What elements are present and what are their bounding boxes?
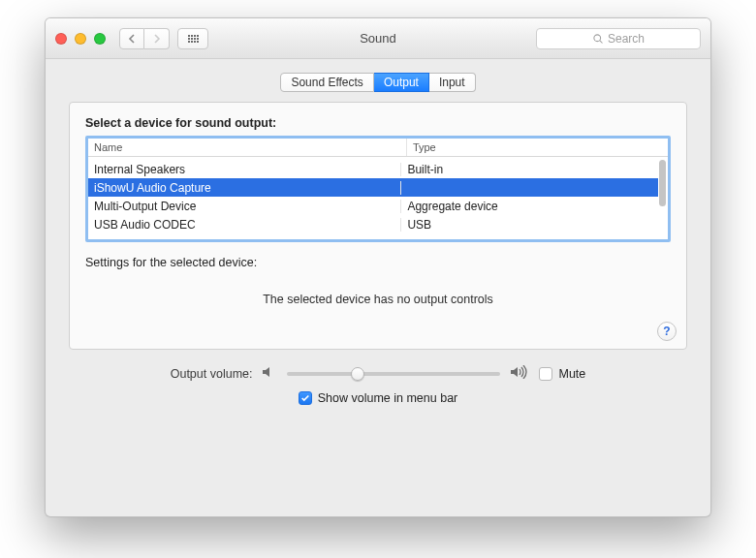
svg-line-1 <box>600 40 603 43</box>
device-row[interactable]: Internal Speakers Built-in <box>88 160 658 178</box>
slider-thumb[interactable] <box>351 367 364 381</box>
show-volume-menubar-checkbox[interactable] <box>299 391 312 405</box>
device-row[interactable]: Multi-Output Device Aggregate device <box>88 197 658 215</box>
show-all-button[interactable] <box>177 28 208 49</box>
chevron-left-icon <box>128 34 136 44</box>
zoom-window-button[interactable] <box>94 33 106 45</box>
body: Sound Effects Output Input Select a devi… <box>46 59 710 418</box>
slider-track <box>287 372 500 376</box>
tab-input[interactable]: Input <box>429 73 476 92</box>
device-row[interactable]: USB Audio CODEC USB <box>88 215 658 233</box>
scrollbar-thumb[interactable] <box>659 160 666 206</box>
mute-label: Mute <box>558 367 585 381</box>
sound-preferences-window: Sound Search Sound Effects Output Input … <box>45 17 711 517</box>
chevron-right-icon <box>153 34 161 44</box>
speaker-max-icon <box>510 365 529 382</box>
device-type: Aggregate device <box>401 200 658 213</box>
close-window-button[interactable] <box>55 33 67 45</box>
settings-label: Settings for the selected device: <box>85 256 671 269</box>
show-volume-menubar-label: Show volume in menu bar <box>318 391 458 405</box>
mute-checkbox[interactable] <box>539 367 552 381</box>
search-field[interactable]: Search <box>536 28 701 49</box>
titlebar: Sound Search <box>46 18 710 59</box>
tabs: Sound Effects Output Input <box>69 73 687 92</box>
tab-sound-effects[interactable]: Sound Effects <box>280 73 374 92</box>
search-placeholder: Search <box>608 32 645 46</box>
volume-slider-group <box>262 365 529 382</box>
bottom-controls: Output volume: Mute <box>69 365 687 405</box>
check-icon <box>300 393 310 403</box>
back-button[interactable] <box>119 28 144 49</box>
mute-field[interactable]: Mute <box>539 367 585 381</box>
device-name: Internal Speakers <box>88 163 401 176</box>
device-name: USB Audio CODEC <box>88 218 401 232</box>
nav-back-forward <box>119 28 170 49</box>
tab-output[interactable]: Output <box>374 73 429 92</box>
speaker-min-icon <box>262 365 277 382</box>
device-type: USB <box>401 218 658 232</box>
output-volume-label: Output volume: <box>171 367 253 381</box>
device-name: iShowU Audio Capture <box>88 181 401 195</box>
device-rows: Internal Speakers Built-in iShowU Audio … <box>88 160 658 239</box>
show-volume-menubar-field[interactable]: Show volume in menu bar <box>299 391 458 405</box>
window-controls <box>55 33 106 45</box>
panel-heading: Select a device for sound output: <box>85 116 671 130</box>
output-panel: Select a device for sound output: Name T… <box>69 102 687 350</box>
device-type: Built-in <box>401 163 658 176</box>
help-button[interactable]: ? <box>657 322 677 341</box>
minimize-window-button[interactable] <box>75 33 86 45</box>
column-header-type[interactable]: Type <box>407 139 668 156</box>
svg-point-0 <box>594 34 601 41</box>
output-volume-slider[interactable] <box>287 366 500 382</box>
device-row[interactable]: iShowU Audio Capture <box>88 178 658 197</box>
device-table-header: Name Type <box>88 139 668 157</box>
grid-icon <box>188 35 199 43</box>
no-controls-message: The selected device has no output contro… <box>85 293 671 306</box>
search-icon <box>592 33 604 45</box>
scrollbar[interactable] <box>659 160 666 237</box>
forward-button[interactable] <box>144 28 170 49</box>
device-table: Name Type Internal Speakers Built-in iSh… <box>85 136 671 242</box>
device-name: Multi-Output Device <box>88 200 401 213</box>
column-header-name[interactable]: Name <box>88 139 407 156</box>
